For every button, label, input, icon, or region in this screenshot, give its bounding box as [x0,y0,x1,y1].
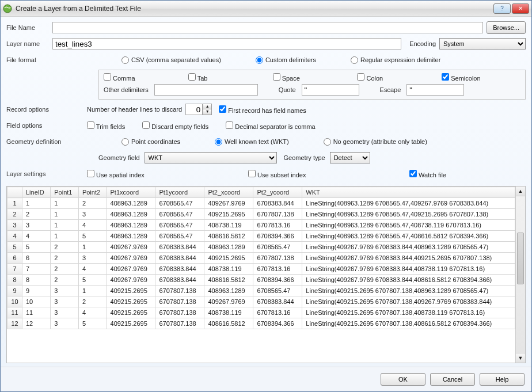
column-header[interactable]: Pt2_ycoord [253,187,302,198]
scroll-down-icon[interactable]: ▼ [516,353,525,363]
table-row[interactable]: 101032409215.26956707807.138409267.97696… [7,296,515,307]
table-cell: LineString(409267.9769 6708383.844,40921… [302,253,515,264]
table-cell: 1 [51,198,79,209]
geom-field-select[interactable]: WKT [145,152,277,163]
table-row[interactable]: 6623409267.97696708383.844409215.2695670… [7,253,515,264]
dialog-window: Create a Layer from a Delimited Text Fil… [0,0,532,392]
escape-label: Escape [380,86,401,93]
other-delim-label: Other delimiters [104,86,149,93]
delim-colon-check[interactable]: Colon [357,73,383,82]
quote-input[interactable] [302,84,359,96]
scroll-thumb[interactable] [517,233,524,284]
table-row[interactable]: 8825409267.97696708383.844408616.5812670… [7,275,515,286]
table-cell: 6708394.366 [253,318,302,329]
delim-tab-check[interactable]: Tab [188,73,208,82]
table-cell: 409215.2695 [107,307,155,318]
column-header[interactable]: Pt2_xcoord [204,187,253,198]
table-row[interactable]: 111134409215.26956707807.138408738.11967… [7,307,515,318]
table-row[interactable]: 5521409267.97696708383.844408963.1289670… [7,242,515,253]
row-number: 2 [7,209,22,220]
vertical-scrollbar[interactable]: ▲ ▼ [515,187,525,363]
table-cell: 1 [51,231,79,242]
table-cell: 4 [78,264,107,275]
row-number: 8 [7,275,22,286]
table-cell: 408738.119 [204,307,253,318]
table-row[interactable]: 3314408963.12896708565.47408738.11967078… [7,220,515,231]
table-row[interactable]: 2213408963.12896708565.47409215.26956707… [7,209,515,220]
help-button[interactable]: Help [480,373,525,386]
column-header[interactable]: Pt1xcoord [107,187,155,198]
table-cell: 408963.1289 [107,209,155,220]
table-cell: 6708565.47 [155,231,204,242]
table-row[interactable]: 121235409215.26956707807.138408616.58126… [7,318,515,329]
other-delim-input[interactable] [154,84,258,96]
geom-type-select[interactable]: Detect [330,152,370,163]
column-header[interactable]: WKT [302,187,515,198]
geom-none-radio[interactable]: No geometry (attribute only table) [324,138,427,146]
window-help-button[interactable]: ? [493,3,511,14]
trim-fields-check[interactable]: Trim fields [87,121,125,130]
table-row[interactable]: 1112408963.12896708565.47409267.97696708… [7,198,515,209]
decimal-comma-check[interactable]: Decimal separator is comma [226,121,315,130]
encoding-select[interactable]: System [439,38,526,50]
table-cell: 6707807.138 [155,318,204,329]
column-header[interactable]: Point2 [78,187,107,198]
table-cell: 3 [51,318,79,329]
header-discard-input[interactable] [185,104,203,115]
watch-file-check[interactable]: Watch file [409,170,446,178]
discard-empty-check[interactable]: Discard empty fields [142,121,208,130]
format-custom-radio[interactable]: Custom delimiters [256,56,316,64]
table-cell: 6707813.16 [253,264,302,275]
table-row[interactable]: 7724409267.97696708383.844408738.1196707… [7,264,515,275]
cancel-button[interactable]: Cancel [430,373,475,386]
spin-down-icon[interactable]: ▼ [203,109,211,115]
scroll-up-icon[interactable]: ▲ [516,187,525,196]
header-discard-spinner[interactable]: ▲▼ [203,104,212,115]
table-cell: 8 [22,275,51,286]
geom-wkt-radio[interactable]: Well known text (WKT) [215,138,289,146]
table-cell: 409267.9769 [107,242,155,253]
row-number: 10 [7,296,22,307]
table-cell: 409267.9769 [204,296,253,307]
format-regex-radio[interactable]: Regular expression delimiter [351,56,440,64]
spin-up-icon[interactable]: ▲ [203,104,211,109]
spatial-index-check[interactable]: Use spatial index [87,170,145,178]
geom-def-label: Geometry definition [6,138,87,145]
layer-name-input[interactable] [52,38,401,50]
table-cell: 3 [51,307,79,318]
table-row[interactable]: 4415408963.12896708565.47408616.58126708… [7,231,515,242]
table-cell: 6 [22,253,51,264]
table-cell: 1 [51,220,79,231]
table-cell: 3 [22,220,51,231]
window-close-button[interactable]: ✕ [512,3,529,14]
table-row[interactable]: 9931409215.26956707807.138408963.1289670… [7,286,515,296]
subset-index-check[interactable]: Use subset index [248,170,306,178]
table-cell: 6708383.844 [155,264,204,275]
table-cell: 2 [51,275,79,286]
delim-comma-check[interactable]: Comma [104,73,135,82]
table-cell: 6708383.844 [253,296,302,307]
ok-button[interactable]: OK [381,373,425,386]
column-header[interactable]: Pt1ycoord [155,187,204,198]
table-cell: 409267.9769 [107,264,155,275]
delim-space-check[interactable]: Space [273,73,300,82]
column-header[interactable]: Point1 [51,187,79,198]
table-cell: 3 [51,296,79,307]
file-name-input[interactable] [52,22,483,33]
format-csv-radio[interactable]: CSV (comma separated values) [121,56,221,64]
table-cell: 408738.119 [204,264,253,275]
table-cell: 408963.1289 [107,198,155,209]
table-cell: 2 [51,253,79,264]
browse-button[interactable]: Browse... [487,21,526,34]
table-cell: 3 [78,253,107,264]
table-cell: LineString(408963.1289 6708565.47,409215… [302,209,515,220]
geom-point-radio[interactable]: Point coordinates [121,138,180,146]
row-number: 6 [7,253,22,264]
table-cell: LineString(408963.1289 6708565.47,409267… [302,198,515,209]
column-header[interactable]: LineID [22,187,51,198]
escape-input[interactable] [406,84,464,96]
delim-semicolon-check[interactable]: Semicolon [442,73,480,82]
table-cell: LineString(409267.9769 6708383.844,40873… [302,264,515,275]
preview-table-scroll[interactable]: LineIDPoint1Point2Pt1xcoordPt1ycoordPt2_… [7,187,515,363]
first-record-check[interactable]: First record has field names [219,105,306,114]
